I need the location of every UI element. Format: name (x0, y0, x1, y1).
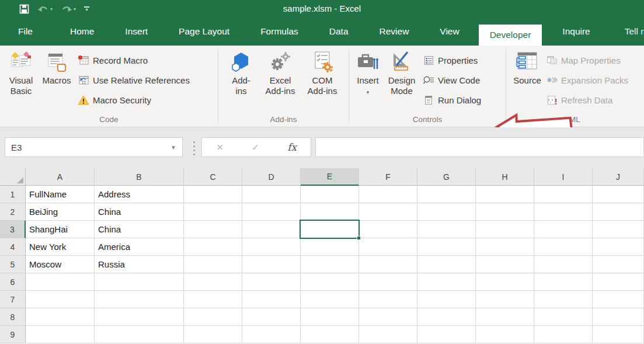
tab-developer[interactable]: Developer (479, 25, 542, 46)
column-header-F[interactable]: F (359, 168, 417, 186)
tab-review[interactable]: Review (368, 18, 420, 46)
cell-E4[interactable] (301, 238, 359, 256)
cell-A2[interactable]: BeiJing (26, 203, 95, 221)
cell-C4[interactable] (184, 238, 242, 256)
cell-D9[interactable] (242, 326, 301, 343)
cell-H8[interactable] (476, 308, 534, 326)
cell-B5[interactable]: Russia (95, 256, 184, 273)
cell-D4[interactable] (242, 238, 301, 256)
row-header-6[interactable]: 6 (0, 273, 26, 291)
com-addins-button[interactable]: COM Add-ins (302, 48, 343, 96)
cell-I5[interactable] (534, 256, 593, 273)
cell-I1[interactable] (534, 186, 593, 203)
cell-A7[interactable] (26, 291, 95, 308)
cell-H6[interactable] (476, 273, 534, 291)
cell-A5[interactable]: Moscow (26, 256, 95, 273)
visual-basic-button[interactable]: Visual Basic (5, 48, 37, 96)
row-header-9[interactable]: 9 (0, 326, 26, 343)
column-header-J[interactable]: J (593, 168, 644, 186)
tab-formulas[interactable]: Formulas (249, 18, 309, 46)
column-header-I[interactable]: I (534, 168, 593, 186)
cell-B4[interactable]: America (95, 238, 184, 256)
design-mode-button[interactable]: Design Mode (384, 48, 419, 96)
cell-A3[interactable]: ShangHai (26, 221, 95, 238)
cell-C6[interactable] (184, 273, 242, 291)
cell-E9[interactable] (301, 326, 359, 343)
insert-control-button[interactable]: Insert ▾ (353, 48, 383, 98)
cell-A8[interactable] (26, 308, 95, 326)
column-header-H[interactable]: H (476, 168, 534, 186)
name-box[interactable]: E3 ▼ (5, 137, 183, 157)
cell-D8[interactable] (242, 308, 301, 326)
fill-handle[interactable] (357, 236, 361, 240)
row-header-1[interactable]: 1 (0, 186, 26, 203)
column-header-B[interactable]: B (95, 168, 184, 186)
cell-D6[interactable] (242, 273, 301, 291)
cell-F2[interactable] (359, 203, 417, 221)
cell-D2[interactable] (242, 203, 301, 221)
use-relative-references-button[interactable]: Use Relative References (78, 71, 190, 89)
cell-G1[interactable] (417, 186, 476, 203)
cell-G9[interactable] (417, 326, 476, 343)
cell-J6[interactable] (593, 273, 644, 291)
cell-J7[interactable] (593, 291, 644, 308)
tab-view[interactable]: View (429, 18, 470, 46)
cell-A4[interactable]: New York (26, 238, 95, 256)
row-header-8[interactable]: 8 (0, 308, 26, 326)
cell-E5[interactable] (301, 256, 359, 273)
cell-G8[interactable] (417, 308, 476, 326)
cell-B9[interactable] (95, 326, 184, 343)
cell-E7[interactable] (301, 291, 359, 308)
cell-J5[interactable] (593, 256, 644, 273)
cell-D3[interactable] (242, 221, 301, 238)
row-header-2[interactable]: 2 (0, 203, 26, 221)
tab-home[interactable]: Home (59, 18, 105, 46)
cell-H5[interactable] (476, 256, 534, 273)
cell-B7[interactable] (95, 291, 184, 308)
tab-page-layout[interactable]: Page Layout (168, 18, 241, 46)
cell-I9[interactable] (534, 326, 593, 343)
cell-B2[interactable]: China (95, 203, 184, 221)
cell-G3[interactable] (417, 221, 476, 238)
cell-F4[interactable] (359, 238, 417, 256)
cell-C2[interactable] (184, 203, 242, 221)
cell-C5[interactable] (184, 256, 242, 273)
cell-I3[interactable] (534, 221, 593, 238)
cell-I2[interactable] (534, 203, 593, 221)
cell-J1[interactable] (593, 186, 644, 203)
record-macro-button[interactable]: Record Macro (78, 51, 148, 69)
cell-E2[interactable] (301, 203, 359, 221)
macro-security-button[interactable]: Macro Security (78, 91, 151, 109)
cell-F1[interactable] (359, 186, 417, 203)
column-header-E[interactable]: E (301, 168, 359, 186)
cell-J9[interactable] (593, 326, 644, 343)
cell-H4[interactable] (476, 238, 534, 256)
cell-G4[interactable] (417, 238, 476, 256)
select-all-corner[interactable] (0, 168, 26, 186)
formula-bar-drag-handle[interactable] (193, 141, 195, 143)
enter-icon[interactable]: ✓ (252, 142, 259, 153)
properties-button[interactable]: Properties (423, 51, 478, 69)
cancel-icon[interactable]: ✕ (216, 142, 224, 153)
tab-insert[interactable]: Insert (114, 18, 159, 46)
cell-I6[interactable] (534, 273, 593, 291)
cell-J8[interactable] (593, 308, 644, 326)
cell-D5[interactable] (242, 256, 301, 273)
cell-C7[interactable] (184, 291, 242, 308)
cell-H9[interactable] (476, 326, 534, 343)
cell-C8[interactable] (184, 308, 242, 326)
column-header-G[interactable]: G (417, 168, 476, 186)
tab-data[interactable]: Data (318, 18, 360, 46)
cell-A9[interactable] (26, 326, 95, 343)
name-box-dropdown-icon[interactable]: ▼ (170, 144, 176, 151)
row-header-4[interactable]: 4 (0, 238, 26, 256)
cell-F5[interactable] (359, 256, 417, 273)
addins-button[interactable]: Add- ins (224, 48, 258, 96)
view-code-button[interactable]: View Code (423, 71, 480, 89)
tab-inquire[interactable]: Inquire (551, 18, 601, 46)
column-header-C[interactable]: C (184, 168, 242, 186)
xml-source-button[interactable]: Source (511, 48, 544, 86)
cell-C1[interactable] (184, 186, 242, 203)
column-header-D[interactable]: D (242, 168, 301, 186)
cell-G5[interactable] (417, 256, 476, 273)
